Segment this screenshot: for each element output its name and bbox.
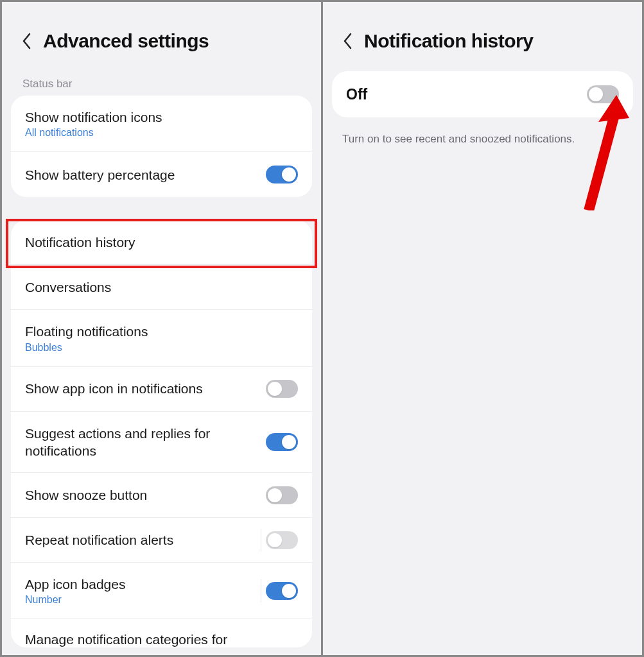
header: Notification history: [323, 2, 642, 71]
row-suggest-actions-replies[interactable]: Suggest actions and replies for notifica…: [11, 412, 312, 474]
section-label-status-bar: Status bar: [2, 71, 321, 96]
page-title: Notification history: [364, 30, 533, 52]
row-show-snooze-button[interactable]: Show snooze button: [11, 473, 312, 518]
back-icon[interactable]: [21, 32, 31, 50]
row-notification-history[interactable]: Notification history: [11, 220, 312, 265]
row-show-app-icon-in-notifications[interactable]: Show app icon in notifications: [11, 367, 312, 412]
toggle-notification-history[interactable]: [587, 85, 619, 103]
row-title: Show battery percentage: [25, 166, 259, 183]
second-card-wrap: Notification history Conversations Float…: [2, 220, 321, 647]
row-title: Show app icon in notifications: [25, 380, 259, 397]
back-icon[interactable]: [342, 32, 352, 50]
toggle-suggest-actions[interactable]: [266, 433, 298, 451]
row-title: Notification history: [25, 234, 292, 251]
row-title: Show notification icons: [25, 108, 292, 126]
notifications-card: Notification history Conversations Float…: [11, 220, 312, 647]
row-title: Repeat notification alerts: [25, 531, 259, 549]
row-title: Floating notifications: [25, 323, 292, 340]
advanced-settings-screen: Advanced settings Status bar Show notifi…: [2, 2, 323, 655]
row-floating-notifications[interactable]: Floating notifications Bubbles: [11, 310, 312, 366]
status-bar-card: Show notification icons All notification…: [11, 96, 312, 197]
page-title: Advanced settings: [43, 30, 209, 52]
row-title: Show snooze button: [25, 486, 259, 504]
toggle-app-icon-in-notifications[interactable]: [266, 380, 298, 398]
notification-history-screen: Notification history Off Turn on to see …: [323, 2, 642, 655]
row-show-notification-icons[interactable]: Show notification icons All notification…: [11, 96, 312, 152]
row-conversations[interactable]: Conversations: [11, 265, 312, 310]
row-sub: Number: [25, 594, 259, 606]
row-title: Suggest actions and replies for notifica…: [25, 425, 259, 460]
row-title: Conversations: [25, 278, 292, 296]
row-repeat-notification-alerts[interactable]: Repeat notification alerts: [11, 518, 312, 563]
toggle-snooze-button[interactable]: [266, 486, 298, 504]
header: Advanced settings: [2, 2, 321, 71]
toggle-battery-percentage[interactable]: [266, 166, 298, 183]
row-title: App icon badges: [25, 576, 259, 593]
notification-history-state-card: Off: [332, 71, 633, 117]
row-app-icon-badges[interactable]: App icon badges Number: [11, 563, 312, 619]
row-show-battery-percentage[interactable]: Show battery percentage: [11, 152, 312, 197]
state-label: Off: [346, 86, 367, 103]
row-sub: Bubbles: [25, 342, 292, 354]
toggle-repeat-alerts[interactable]: [266, 531, 298, 549]
toggle-app-icon-badges[interactable]: [266, 582, 298, 600]
description-text: Turn on to see recent and snoozed notifi…: [323, 117, 642, 147]
row-cutoff[interactable]: Manage notification categories for: [11, 619, 312, 647]
row-sub: All notifications: [25, 127, 292, 139]
